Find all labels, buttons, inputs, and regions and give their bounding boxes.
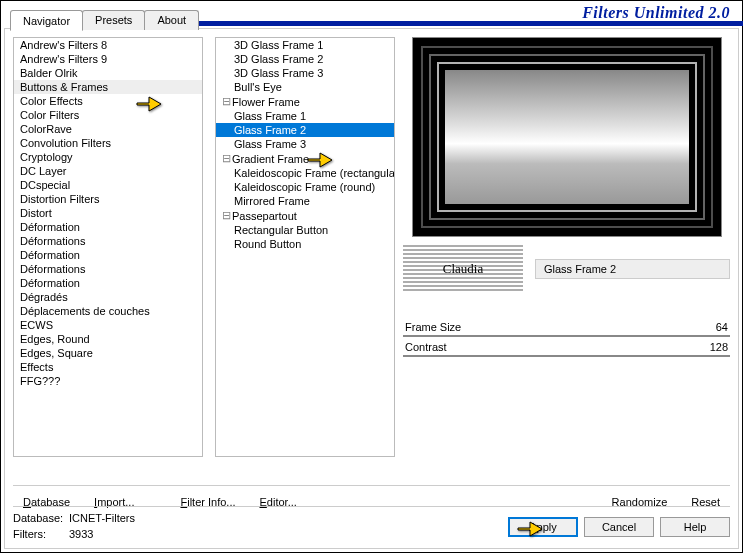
filter-item-label: Round Button bbox=[234, 238, 301, 250]
main-panel: Andrew's Filters 8Andrew's Filters 9Bald… bbox=[4, 28, 739, 549]
slider-track[interactable] bbox=[403, 355, 730, 357]
current-filter-name: Glass Frame 2 bbox=[535, 259, 730, 279]
slider-group: Frame Size64Contrast128 bbox=[403, 317, 730, 357]
category-item[interactable]: Edges, Round bbox=[14, 332, 202, 346]
tab-presets[interactable]: Presets bbox=[82, 10, 145, 30]
filter-item[interactable]: ⊟Gradient Frame bbox=[216, 151, 394, 166]
filter-item[interactable]: 3D Glass Frame 3 bbox=[216, 66, 394, 80]
category-item[interactable]: Buttons & Frames bbox=[14, 80, 202, 94]
category-item[interactable]: Cryptology bbox=[14, 150, 202, 164]
preview-image bbox=[412, 37, 722, 237]
slider-row: Frame Size64 bbox=[403, 321, 730, 337]
status-text: Database:ICNET-Filters Filters:3933 bbox=[13, 511, 135, 542]
filter-item[interactable]: Rectangular Button bbox=[216, 223, 394, 237]
filter-item[interactable]: Bull's Eye bbox=[216, 80, 394, 94]
slider-value: 64 bbox=[716, 321, 728, 333]
filter-item-label: Rectangular Button bbox=[234, 224, 328, 236]
filter-item[interactable]: Kaleidoscopic Frame (round) bbox=[216, 180, 394, 194]
filter-item[interactable]: Mirrored Frame bbox=[216, 194, 394, 208]
filter-item[interactable]: 3D Glass Frame 1 bbox=[216, 38, 394, 52]
category-item[interactable]: DC Layer bbox=[14, 164, 202, 178]
category-item[interactable]: Edges, Square bbox=[14, 346, 202, 360]
category-item[interactable]: Convolution Filters bbox=[14, 136, 202, 150]
collapse-icon[interactable]: ⊟ bbox=[222, 209, 230, 222]
category-item[interactable]: Balder Olrik bbox=[14, 66, 202, 80]
category-item[interactable]: Distort bbox=[14, 206, 202, 220]
help-button[interactable]: Help bbox=[660, 517, 730, 537]
category-item[interactable]: Distortion Filters bbox=[14, 192, 202, 206]
filter-item-label: 3D Glass Frame 3 bbox=[234, 67, 323, 79]
category-item[interactable]: Déformations bbox=[14, 262, 202, 276]
filter-item-label: Bull's Eye bbox=[234, 81, 282, 93]
category-item[interactable]: DCspecial bbox=[14, 178, 202, 192]
filter-item-label: Flower Frame bbox=[232, 96, 300, 108]
filter-item-label: Glass Frame 2 bbox=[234, 124, 306, 136]
category-item[interactable]: Déformation bbox=[14, 276, 202, 290]
filter-item[interactable]: ⊟Passepartout bbox=[216, 208, 394, 223]
filter-item-label: Kaleidoscopic Frame (rectangular) bbox=[234, 167, 395, 179]
filter-item-label: Mirrored Frame bbox=[234, 195, 310, 207]
slider-row: Contrast128 bbox=[403, 341, 730, 357]
slider-label: Frame Size bbox=[405, 321, 461, 333]
filter-item[interactable]: Glass Frame 2 bbox=[216, 123, 394, 137]
filter-item-label: 3D Glass Frame 1 bbox=[234, 39, 323, 51]
filter-item-label: Glass Frame 1 bbox=[234, 110, 306, 122]
status-row: Database:ICNET-Filters Filters:3933 Appl… bbox=[13, 506, 730, 542]
tab-bar: Navigator Presets About bbox=[10, 10, 198, 30]
category-item[interactable]: Déformations bbox=[14, 234, 202, 248]
preview-panel: Glass Frame 2 Frame Size64Contrast128 bbox=[403, 37, 730, 486]
tab-about[interactable]: About bbox=[144, 10, 199, 30]
category-item[interactable]: Andrew's Filters 9 bbox=[14, 52, 202, 66]
collapse-icon[interactable]: ⊟ bbox=[222, 95, 230, 108]
filter-item-label: 3D Glass Frame 2 bbox=[234, 53, 323, 65]
category-item[interactable]: ColorRave bbox=[14, 122, 202, 136]
tab-navigator[interactable]: Navigator bbox=[10, 10, 83, 31]
filter-item-label: Passepartout bbox=[232, 210, 297, 222]
slider-value: 128 bbox=[710, 341, 728, 353]
filter-item[interactable]: Glass Frame 3 bbox=[216, 137, 394, 151]
category-item[interactable]: Déformation bbox=[14, 248, 202, 262]
filter-item-label: Kaleidoscopic Frame (round) bbox=[234, 181, 375, 193]
filter-list[interactable]: 3D Glass Frame 13D Glass Frame 23D Glass… bbox=[215, 37, 395, 457]
category-item[interactable]: Color Effects bbox=[14, 94, 202, 108]
category-item[interactable]: Dégradés bbox=[14, 290, 202, 304]
filter-item[interactable]: 3D Glass Frame 2 bbox=[216, 52, 394, 66]
category-item[interactable]: ECWS bbox=[14, 318, 202, 332]
filter-item[interactable]: Round Button bbox=[216, 237, 394, 251]
app-title: Filters Unlimited 2.0 bbox=[582, 4, 730, 22]
slider-label: Contrast bbox=[405, 341, 447, 353]
apply-button[interactable]: Apply bbox=[508, 517, 578, 537]
filter-item[interactable]: Kaleidoscopic Frame (rectangular) bbox=[216, 166, 394, 180]
category-item[interactable]: FFG??? bbox=[14, 374, 202, 388]
cancel-button[interactable]: Cancel bbox=[584, 517, 654, 537]
category-item[interactable]: Effects bbox=[14, 360, 202, 374]
category-list[interactable]: Andrew's Filters 8Andrew's Filters 9Bald… bbox=[13, 37, 203, 457]
filter-item[interactable]: Glass Frame 1 bbox=[216, 109, 394, 123]
header-accent-bar bbox=[183, 21, 743, 26]
watermark-logo bbox=[403, 245, 523, 293]
category-item[interactable]: Déformation bbox=[14, 220, 202, 234]
category-item[interactable]: Color Filters bbox=[14, 108, 202, 122]
filter-item-label: Glass Frame 3 bbox=[234, 138, 306, 150]
filter-item-label: Gradient Frame bbox=[232, 153, 309, 165]
slider-track[interactable] bbox=[403, 335, 730, 337]
collapse-icon[interactable]: ⊟ bbox=[222, 152, 230, 165]
filter-item[interactable]: ⊟Flower Frame bbox=[216, 94, 394, 109]
category-item[interactable]: Andrew's Filters 8 bbox=[14, 38, 202, 52]
category-item[interactable]: Déplacements de couches bbox=[14, 304, 202, 318]
